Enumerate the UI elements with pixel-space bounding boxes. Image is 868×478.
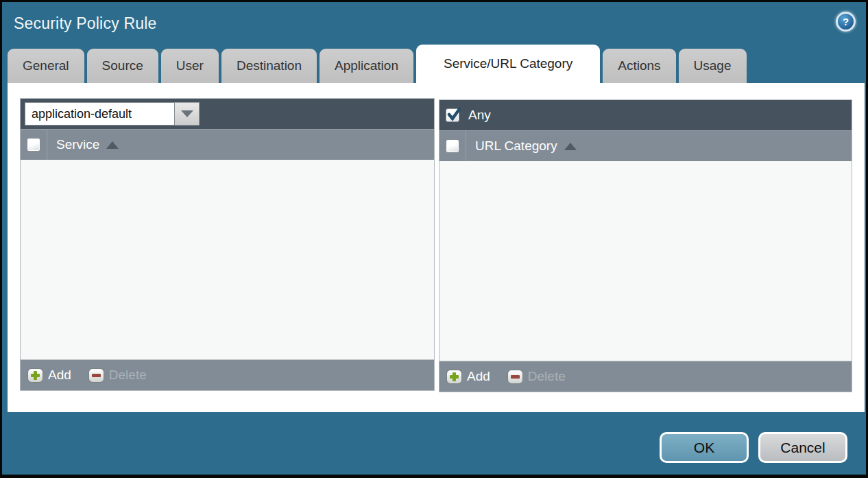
tab-usage[interactable]: Usage xyxy=(679,49,747,83)
delete-service-button[interactable]: Delete xyxy=(89,368,147,383)
url-category-column-header-row: URL Category xyxy=(439,130,852,161)
url-category-panel-header: Any xyxy=(439,100,852,130)
add-service-button[interactable]: Add xyxy=(28,368,71,383)
tab-bar: General Source User Destination Applicat… xyxy=(8,45,860,83)
sort-ascending-icon xyxy=(564,143,577,150)
tab-general[interactable]: General xyxy=(8,49,84,83)
tab-destination[interactable]: Destination xyxy=(221,49,317,83)
tab-actions[interactable]: Actions xyxy=(603,49,675,83)
ok-button[interactable]: OK xyxy=(660,432,749,463)
tab-source[interactable]: Source xyxy=(87,49,158,83)
url-category-panel-footer: Add Delete xyxy=(439,361,852,392)
service-list xyxy=(21,160,434,359)
minus-icon xyxy=(508,370,522,383)
tab-content-service-url-category: application-default Service xyxy=(8,83,865,412)
delete-url-category-label: Delete xyxy=(528,369,566,384)
service-type-dropdown-value: application-default xyxy=(25,102,175,126)
url-category-list xyxy=(439,161,852,361)
service-select-all-checkbox[interactable] xyxy=(27,138,40,152)
service-panel-footer: Add Delete xyxy=(21,359,434,390)
service-panel-header: application-default xyxy=(21,99,434,129)
chevron-down-icon xyxy=(181,110,193,117)
any-checkbox[interactable] xyxy=(446,108,459,122)
plus-icon xyxy=(28,369,43,382)
help-icon[interactable]: ? xyxy=(836,12,856,32)
url-category-select-all-cell xyxy=(439,131,466,161)
service-type-dropdown[interactable]: application-default xyxy=(25,102,200,126)
dialog-title: Security Policy Rule xyxy=(14,14,157,33)
service-panel: application-default Service xyxy=(20,98,435,391)
cancel-button[interactable]: Cancel xyxy=(758,432,847,463)
delete-url-category-button[interactable]: Delete xyxy=(508,369,566,384)
url-category-column-header[interactable]: URL Category xyxy=(475,139,557,154)
add-url-category-button[interactable]: Add xyxy=(447,369,490,384)
security-policy-rule-dialog: Security Policy Rule ? General Source Us… xyxy=(0,0,868,478)
url-category-panel: Any URL Category Add Delet xyxy=(439,99,852,392)
sort-ascending-icon xyxy=(106,141,119,149)
tab-application[interactable]: Application xyxy=(320,49,413,83)
tab-service-url-category[interactable]: Service/URL Category xyxy=(416,45,600,83)
tab-user[interactable]: User xyxy=(161,49,219,83)
service-column-header[interactable]: Service xyxy=(56,137,99,152)
service-column-header-row: Service xyxy=(21,129,434,160)
service-select-all-cell xyxy=(21,130,47,160)
minus-icon xyxy=(89,369,104,382)
dropdown-button[interactable] xyxy=(175,102,200,126)
add-service-label: Add xyxy=(48,368,71,383)
plus-icon xyxy=(447,370,461,383)
delete-service-label: Delete xyxy=(109,368,147,383)
add-url-category-label: Add xyxy=(467,369,490,384)
any-checkbox-label: Any xyxy=(468,108,491,123)
url-category-select-all-checkbox[interactable] xyxy=(446,139,459,153)
